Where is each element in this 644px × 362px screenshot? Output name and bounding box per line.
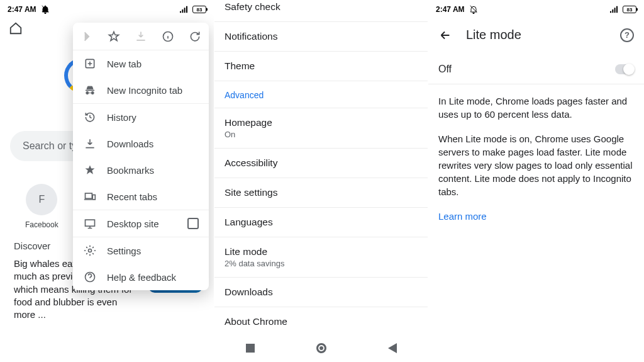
battery-icon: 83 [623, 6, 636, 13]
toggle-label: Off [438, 64, 452, 75]
overflow-menu: New tab New Incognito tab History Downlo… [73, 23, 209, 290]
settings-advanced-header: Advanced [214, 81, 428, 108]
menu-new-tab[interactable]: New tab [73, 50, 209, 77]
menu-label: New Incognito tab [107, 85, 182, 96]
lite-mode-description: In Lite mode, Chrome loads pages faster … [428, 84, 644, 233]
panel-chrome-newtab: 2:47 AM 83 Search or type F Facebook L L [0, 0, 214, 362]
menu-label: Recent tabs [107, 191, 157, 202]
star-filled-icon [83, 163, 97, 177]
nav-recents-icon[interactable] [245, 342, 256, 354]
menu-history[interactable]: History [73, 104, 209, 130]
incognito-icon [83, 83, 97, 97]
svg-rect-2 [86, 193, 92, 198]
shortcut-avatar: F [26, 184, 57, 215]
svg-rect-4 [86, 220, 95, 226]
signal-icon [609, 4, 619, 14]
refresh-icon[interactable] [188, 30, 202, 43]
shortcut-facebook[interactable]: F Facebook [25, 184, 58, 229]
menu-label: Downloads [107, 139, 153, 149]
monitor-icon [83, 217, 97, 230]
menu-label: Bookmarks [107, 165, 154, 176]
dnd-icon [469, 4, 479, 14]
menu-label: Help & feedback [107, 272, 176, 283]
menu-help[interactable]: Help & feedback [73, 264, 209, 290]
menu-incognito[interactable]: New Incognito tab [73, 77, 209, 103]
status-time: 2:47 AM [8, 5, 36, 14]
settings-safety-check[interactable]: Safety check [214, 0, 428, 22]
checkbox-unchecked-icon[interactable] [187, 218, 199, 229]
back-arrow-icon[interactable] [438, 28, 452, 42]
download-arrow-icon [83, 137, 97, 150]
dnd-icon [40, 4, 50, 14]
menu-settings[interactable]: Settings [73, 237, 209, 264]
nav-home-icon[interactable] [316, 342, 327, 354]
page-title: Lite mode [466, 28, 606, 42]
settings-downloads[interactable]: Downloads [214, 278, 428, 307]
menu-desktop-site[interactable]: Desktop site [73, 210, 209, 237]
status-time: 2:47 AM [436, 5, 465, 14]
forward-icon[interactable] [80, 30, 94, 43]
menu-bookmarks[interactable]: Bookmarks [73, 157, 209, 183]
learn-more-link[interactable]: Learn more [438, 211, 487, 222]
settings-theme[interactable]: Theme [214, 52, 428, 81]
settings-accessibility[interactable]: Accessibility [214, 149, 428, 178]
status-bar: 2:47 AM 83 [0, 0, 214, 19]
help-icon [83, 270, 97, 284]
svg-rect-3 [92, 195, 95, 200]
description-para-2: When Lite mode is on, Chrome uses Google… [438, 132, 634, 198]
menu-label: Settings [107, 246, 141, 256]
settings-lite-mode[interactable]: Lite mode 2% data savings [214, 237, 428, 278]
home-icon[interactable] [9, 21, 23, 35]
devices-icon [83, 189, 97, 203]
menu-downloads[interactable]: Downloads [73, 130, 209, 157]
nav-back-icon[interactable] [387, 342, 398, 354]
download-icon[interactable] [134, 30, 148, 43]
settings-notifications[interactable]: Notifications [214, 22, 428, 52]
android-navbar [214, 334, 428, 362]
menu-label: History [107, 112, 136, 123]
history-icon [83, 110, 97, 124]
menu-label: Desktop site [107, 218, 159, 229]
signal-icon [179, 4, 189, 14]
description-para-1: In Lite mode, Chrome loads pages faster … [438, 94, 634, 121]
toggle-switch-off[interactable] [615, 64, 634, 74]
lite-mode-toggle-row[interactable]: Off [428, 55, 644, 84]
lite-mode-header: Lite mode ? [428, 19, 644, 51]
star-icon[interactable] [107, 30, 121, 43]
info-icon[interactable] [161, 30, 175, 43]
shortcut-label: Facebook [25, 220, 58, 229]
settings-homepage[interactable]: Homepage On [214, 108, 428, 149]
svg-point-5 [89, 249, 92, 252]
menu-label: New tab [107, 59, 142, 69]
plus-square-icon [83, 57, 97, 71]
help-icon[interactable]: ? [620, 28, 634, 42]
menu-top-actions [73, 23, 209, 50]
settings-site-settings[interactable]: Site settings [214, 178, 428, 208]
menu-recent-tabs[interactable]: Recent tabs [73, 183, 209, 210]
panel-settings-list: Safety check Notifications Theme Advance… [214, 0, 428, 362]
settings-languages[interactable]: Languages [214, 208, 428, 237]
panel-lite-mode: 2:47 AM 83 Lite mode ? Off In Lite mode,… [428, 0, 644, 362]
gear-icon [83, 244, 97, 257]
settings-about-chrome[interactable]: About Chrome [214, 307, 428, 336]
battery-icon: 83 [192, 6, 206, 13]
status-bar: 2:47 AM 83 [428, 0, 644, 19]
